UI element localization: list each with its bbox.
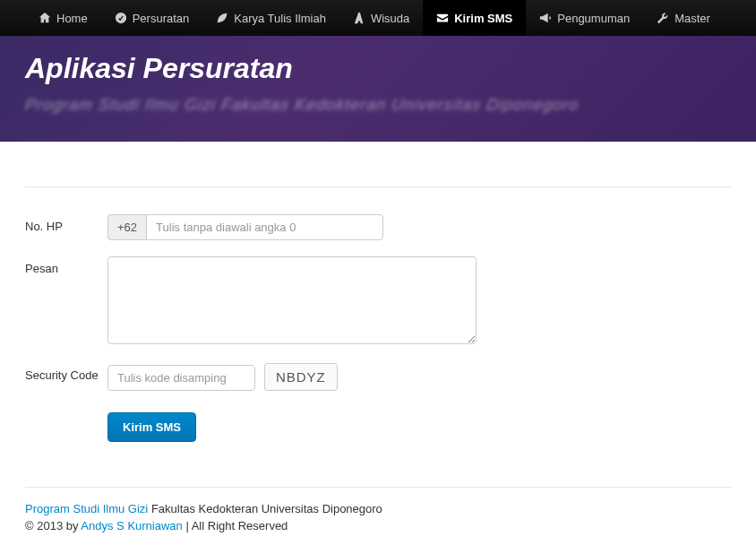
footer-rights: | All Right Reserved <box>183 519 288 532</box>
nav-master[interactable]: Master <box>643 0 724 36</box>
home-icon <box>39 12 51 24</box>
nav-pengumuman[interactable]: Pengumuman <box>526 0 643 36</box>
nav-label: Home <box>56 12 88 25</box>
main-content: No. HP +62 Pesan Security Code NBDYZ Kir… <box>0 142 756 460</box>
row-pesan: Pesan <box>25 256 731 347</box>
nav-label: Persuratan <box>133 12 190 25</box>
nav-home[interactable]: Home <box>25 0 101 36</box>
row-no-hp: No. HP +62 <box>25 214 731 240</box>
page-header: Aplikasi Persuratan Program Studi Ilmu G… <box>0 36 756 142</box>
bullhorn-icon <box>539 12 552 24</box>
captcha-display: NBDYZ <box>264 363 338 391</box>
footer-text-fakultas: Fakultas Kedokteran Universitas Diponego… <box>148 502 382 515</box>
nav-label: Master <box>674 12 710 25</box>
row-security-code: Security Code NBDYZ <box>25 363 731 391</box>
footer: Program Studi Ilmu Gizi Fakultas Kedokte… <box>25 487 731 550</box>
no-hp-input[interactable] <box>146 214 383 240</box>
wrench-icon <box>657 12 669 24</box>
security-code-label: Security Code <box>25 363 107 382</box>
footer-copyright-prefix: © 2013 by <box>25 519 81 532</box>
divider <box>25 186 731 187</box>
nav-persuratan[interactable]: Persuratan <box>101 0 203 36</box>
footer-link-prodi[interactable]: Program Studi Ilmu Gizi <box>25 502 148 515</box>
top-navbar: Home Persuratan Karya Tulis Ilmiah Wisud… <box>0 0 756 36</box>
envelope-icon <box>436 12 449 24</box>
leaf-icon <box>216 12 228 24</box>
security-code-input[interactable] <box>107 365 255 391</box>
pesan-textarea[interactable] <box>107 256 477 344</box>
page-title: Aplikasi Persuratan <box>25 52 731 85</box>
nav-label: Pengumuman <box>557 12 630 25</box>
nav-label: Wisuda <box>371 12 409 25</box>
page-subtitle: Program Studi Ilmu Gizi Fakultas Kedokte… <box>24 96 733 115</box>
no-hp-label: No. HP <box>25 214 107 233</box>
road-icon <box>353 12 365 24</box>
nav-karya-tulis[interactable]: Karya Tulis Ilmiah <box>202 0 339 36</box>
submit-button[interactable]: Kirim SMS <box>107 412 196 442</box>
nav-kirim-sms[interactable]: Kirim SMS <box>423 0 526 36</box>
footer-link-author[interactable]: Andys S Kurniawan <box>81 519 182 532</box>
nav-label: Karya Tulis Ilmiah <box>234 12 326 25</box>
edit-icon <box>115 12 127 24</box>
nav-wisuda[interactable]: Wisuda <box>339 0 423 36</box>
nav-label: Kirim SMS <box>454 12 512 25</box>
pesan-label: Pesan <box>25 256 107 275</box>
phone-prefix-addon: +62 <box>107 214 146 240</box>
